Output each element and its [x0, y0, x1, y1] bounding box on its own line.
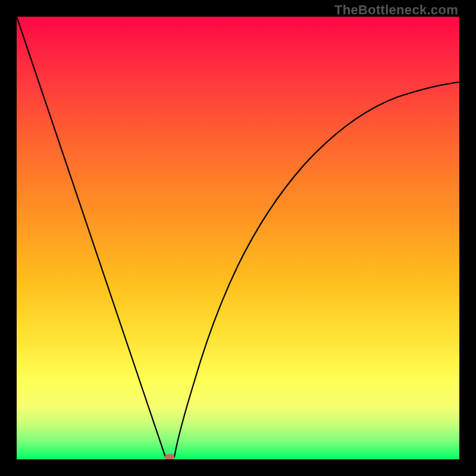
bottleneck-curve [17, 17, 459, 459]
watermark-text: TheBottleneck.com [334, 2, 458, 18]
chart-frame: TheBottleneck.com [0, 0, 476, 476]
min-marker-dot [165, 454, 174, 459]
curve-right-branch [174, 82, 459, 457]
curve-left-branch [17, 17, 165, 457]
plot-area [17, 17, 459, 459]
